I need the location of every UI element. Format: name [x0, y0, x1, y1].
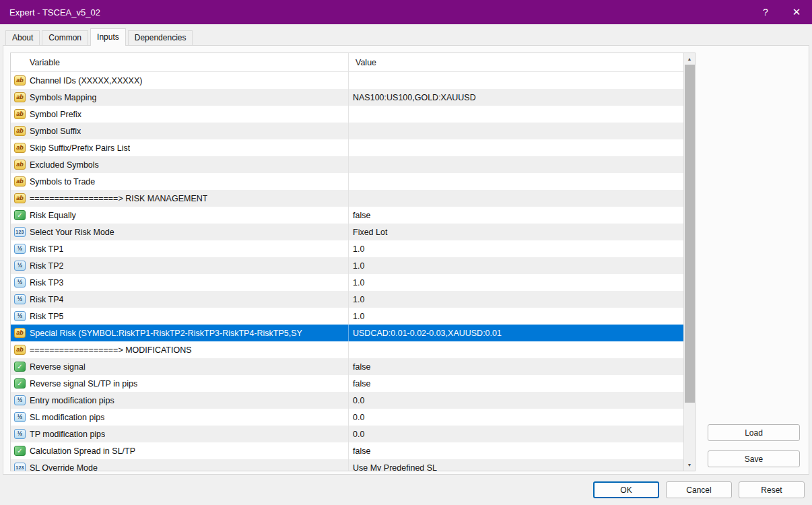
- scrollbar-thumb[interactable]: [685, 65, 695, 403]
- load-button[interactable]: Load: [708, 424, 800, 441]
- value-cell[interactable]: [349, 173, 683, 190]
- variable-cell[interactable]: ½Risk TP5: [11, 308, 349, 325]
- variable-cell[interactable]: abSymbols Mapping: [11, 89, 349, 106]
- save-button[interactable]: Save: [708, 450, 800, 467]
- bool-type-icon: ✓: [14, 362, 26, 372]
- value-cell[interactable]: 1.0: [349, 308, 683, 325]
- table-row[interactable]: abSymbol Suffix: [11, 123, 683, 139]
- variable-cell[interactable]: ½TP modification pips: [11, 426, 349, 442]
- table-row[interactable]: 123Select Your Risk ModeFixed Lot: [11, 224, 683, 240]
- variable-cell[interactable]: abSymbols to Trade: [11, 173, 349, 190]
- value-cell[interactable]: [349, 139, 683, 156]
- variable-cell[interactable]: ½Risk TP4: [11, 291, 349, 308]
- table-row[interactable]: ✓Reverse signalfalse: [11, 358, 683, 375]
- variable-cell[interactable]: ½Risk TP1: [11, 240, 349, 257]
- variable-cell[interactable]: abChannel IDs (XXXXX,XXXXX): [11, 72, 349, 89]
- tab-inputs[interactable]: Inputs: [90, 28, 126, 46]
- variable-name: Risk Equally: [30, 211, 76, 220]
- variable-cell[interactable]: abExcluded Symbols: [11, 156, 349, 173]
- string-type-icon: ab: [14, 75, 26, 86]
- variable-cell[interactable]: 123SL Override Mode: [11, 459, 349, 471]
- value-cell[interactable]: 1.0: [349, 257, 683, 274]
- variable-name: Channel IDs (XXXXX,XXXXX): [30, 76, 142, 86]
- table-row[interactable]: ✓Risk Equallyfalse: [11, 207, 683, 224]
- value-cell[interactable]: false: [349, 442, 683, 459]
- table-row[interactable]: ½Risk TP11.0: [11, 240, 683, 257]
- variable-cell[interactable]: ✓Calculation Spread in SL/TP: [11, 442, 349, 459]
- variable-cell[interactable]: ✓Reverse signal SL/TP in pips: [11, 375, 349, 392]
- table-row[interactable]: abSymbols to Trade: [11, 173, 683, 190]
- vertical-scrollbar[interactable]: ▲ ▼: [683, 53, 695, 471]
- value-cell[interactable]: NAS100:US100,GOLD:XAUUSD: [349, 89, 683, 106]
- variable-name: Excluded Symbols: [30, 160, 99, 170]
- variable-cell[interactable]: abSpecial Risk (SYMBOL:RiskTP1-RiskTP2-R…: [11, 325, 349, 341]
- table-row[interactable]: ½TP modification pips0.0: [11, 426, 683, 442]
- variable-cell[interactable]: abSkip Suffix/Prefix Pairs List: [11, 139, 349, 156]
- scroll-down-icon[interactable]: ▼: [684, 459, 695, 471]
- table-row[interactable]: abExcluded Symbols: [11, 156, 683, 173]
- table-row[interactable]: ½Risk TP41.0: [11, 291, 683, 308]
- table-row[interactable]: ½Risk TP31.0: [11, 274, 683, 291]
- string-type-icon: ab: [14, 193, 26, 203]
- reset-button[interactable]: Reset: [739, 481, 805, 498]
- table-row[interactable]: ½Risk TP51.0: [11, 308, 683, 325]
- variable-cell[interactable]: 123Select Your Risk Mode: [11, 224, 349, 240]
- variable-cell[interactable]: abSymbol Suffix: [11, 123, 349, 139]
- variable-cell[interactable]: abSymbol Prefix: [11, 106, 349, 123]
- table-row[interactable]: ½SL modification pips0.0: [11, 409, 683, 426]
- table-row[interactable]: abChannel IDs (XXXXX,XXXXX): [11, 72, 683, 89]
- titlebar[interactable]: Expert - TSCEA_v5_02 ? ✕: [0, 0, 812, 24]
- value-cell[interactable]: [349, 72, 683, 89]
- variable-cell[interactable]: ab==================> RISK MANAGEMENT: [11, 190, 349, 207]
- table-row[interactable]: ½Risk TP21.0: [11, 257, 683, 274]
- value-cell[interactable]: [349, 123, 683, 139]
- value-cell[interactable]: 1.0: [349, 240, 683, 257]
- value-cell[interactable]: 1.0: [349, 291, 683, 308]
- variable-cell[interactable]: ab==================> MODIFICATIONS: [11, 341, 349, 358]
- help-button[interactable]: ?: [750, 0, 781, 24]
- tab-common[interactable]: Common: [42, 30, 88, 45]
- value-cell[interactable]: Use My Predefined SL: [349, 459, 683, 471]
- variable-name: Risk TP4: [30, 295, 63, 304]
- table-row[interactable]: abSkip Suffix/Prefix Pairs List: [11, 139, 683, 156]
- value-cell[interactable]: USDCAD:0.01-0.02-0.03,XAUUSD:0.01: [349, 325, 683, 341]
- table-row[interactable]: abSymbols MappingNAS100:US100,GOLD:XAUUS…: [11, 89, 683, 106]
- value-cell[interactable]: [349, 106, 683, 123]
- value-cell[interactable]: [349, 156, 683, 173]
- variable-cell[interactable]: ✓Reverse signal: [11, 358, 349, 375]
- value-cell[interactable]: 0.0: [349, 392, 683, 409]
- ok-button[interactable]: OK: [593, 481, 659, 498]
- value-cell[interactable]: 0.0: [349, 409, 683, 426]
- table-row[interactable]: 123SL Override ModeUse My Predefined SL: [11, 459, 683, 471]
- variable-cell[interactable]: ½Entry modification pips: [11, 392, 349, 409]
- tab-dependencies[interactable]: Dependencies: [128, 30, 193, 45]
- table-row[interactable]: ✓Reverse signal SL/TP in pipsfalse: [11, 375, 683, 392]
- table-row[interactable]: ✓Calculation Spread in SL/TPfalse: [11, 442, 683, 459]
- table-row[interactable]: abSymbol Prefix: [11, 106, 683, 123]
- value-cell[interactable]: Fixed Lot: [349, 224, 683, 240]
- table-row[interactable]: ½Entry modification pips0.0: [11, 392, 683, 409]
- value-cell[interactable]: [349, 341, 683, 358]
- variable-cell[interactable]: ½SL modification pips: [11, 409, 349, 426]
- variable-cell[interactable]: ½Risk TP3: [11, 274, 349, 291]
- value-cell[interactable]: 0.0: [349, 426, 683, 442]
- string-type-icon: ab: [14, 143, 26, 153]
- cancel-button[interactable]: Cancel: [666, 481, 732, 498]
- value-cell[interactable]: false: [349, 358, 683, 375]
- value-cell[interactable]: [349, 190, 683, 207]
- close-button[interactable]: ✕: [781, 0, 812, 24]
- variable-cell[interactable]: ½Risk TP2: [11, 257, 349, 274]
- variable-name: Risk TP2: [30, 261, 63, 271]
- tab-about[interactable]: About: [5, 30, 40, 45]
- value-cell[interactable]: false: [349, 375, 683, 392]
- table-row[interactable]: ab==================> RISK MANAGEMENT: [11, 190, 683, 207]
- scroll-up-icon[interactable]: ▲: [684, 53, 695, 65]
- table-row[interactable]: ab==================> MODIFICATIONS: [11, 341, 683, 358]
- value-cell[interactable]: 1.0: [349, 274, 683, 291]
- variable-cell[interactable]: ✓Risk Equally: [11, 207, 349, 224]
- value-cell[interactable]: false: [349, 207, 683, 224]
- variable-name: ==================> RISK MANAGEMENT: [30, 194, 207, 203]
- variable-name: ==================> MODIFICATIONS: [30, 345, 192, 355]
- table-row[interactable]: abSpecial Risk (SYMBOL:RiskTP1-RiskTP2-R…: [11, 325, 683, 341]
- double-type-icon: ½: [14, 244, 26, 254]
